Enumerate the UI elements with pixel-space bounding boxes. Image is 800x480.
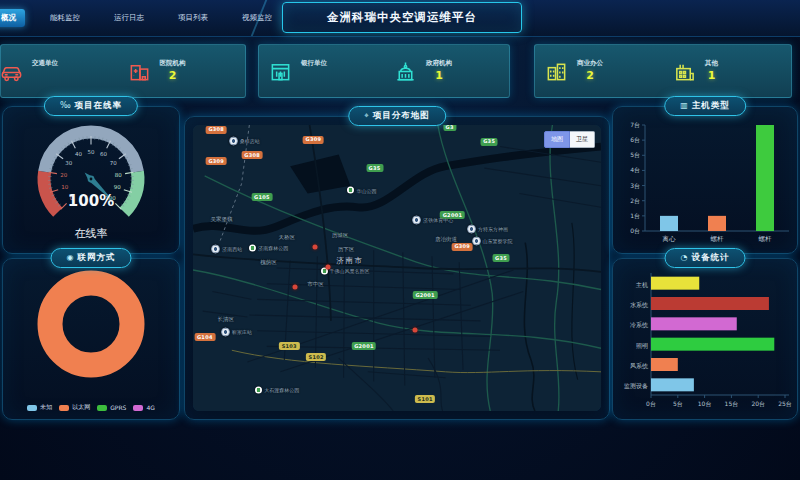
svg-text:0台: 0台 <box>630 227 640 235</box>
marker-label: 靳家庄站 <box>232 329 252 335</box>
car-icon <box>0 60 23 83</box>
svg-text:离心: 离心 <box>662 235 677 243</box>
platform-title-box: 金洲科瑞中央空调运维平台 <box>282 2 522 33</box>
stat-card-office-other: 商业办公 2 其他 1 <box>534 44 792 98</box>
device-stats-hbar-chart: 主机水系统冷系统照明风系统监测设备0台5台10台15台20台25台 <box>615 263 795 415</box>
marker-label: 千佛山风景名胜区 <box>330 268 370 274</box>
stat-label: 其他 <box>705 59 718 68</box>
bar-主机 <box>651 277 699 290</box>
factory-icon <box>673 60 696 83</box>
road-badge-G309: G309 <box>452 243 473 251</box>
svg-text:30: 30 <box>65 160 72 166</box>
pie-icon: ◔ <box>681 254 688 262</box>
map-marker-station: 桑梓店站 <box>229 136 260 145</box>
road-badge-G35: G35 <box>493 254 510 262</box>
map-pin-icon: ⌖ <box>364 112 369 120</box>
tab-energy-monitor[interactable]: 能耗监控 <box>41 9 89 27</box>
map-type-satellite-button[interactable]: 卫星 <box>570 131 595 148</box>
marker-label: 济铁体育中心 <box>423 217 453 223</box>
svg-text:90: 90 <box>114 184 121 190</box>
map-type-map-button[interactable]: 地图 <box>544 131 570 148</box>
stat-text: 交通单位 <box>32 59 58 81</box>
station-marker-icon <box>472 236 481 245</box>
svg-text:水系统: 水系统 <box>630 301 649 309</box>
svg-text:螺杆: 螺杆 <box>759 235 773 243</box>
stat-label: 政府机构 <box>426 59 452 68</box>
office-icon <box>545 60 568 83</box>
marker-label: 山东警察学院 <box>483 238 513 244</box>
station-marker-icon <box>221 327 230 336</box>
dashboard-screen: 概况 能耗监控 运行日志 项目列表 视频监控 金洲科瑞中央空调运维平台 <box>0 0 800 480</box>
legend-item-GPRS[interactable]: GPRS <box>97 403 126 412</box>
project-point-marker <box>413 327 418 332</box>
road-badge-G309: G309 <box>206 157 227 165</box>
project-point-marker <box>312 245 317 250</box>
panel-project-map: ⌖ 项目分布地图 <box>184 116 610 420</box>
road-badge-G308: G308 <box>242 151 263 159</box>
topbar: 概况 能耗监控 运行日志 项目列表 视频监控 金洲科瑞中央空调运维平台 <box>0 0 800 37</box>
legend-swatch <box>97 405 107 411</box>
svg-text:风系统: 风系统 <box>630 362 649 370</box>
road-badge-G2001: G2001 <box>413 291 438 299</box>
map-marker-poi: 华山公园 <box>347 187 376 194</box>
svg-text:主机: 主机 <box>636 281 648 288</box>
stat-label: 医院机构 <box>160 59 186 68</box>
map-place-label: 济南市 <box>337 256 364 266</box>
svg-text:冷系统: 冷系统 <box>630 321 649 329</box>
panel-title-network-mode: ◉ 联网方式 <box>51 248 132 268</box>
tab-run-logs[interactable]: 运行日志 <box>105 9 153 27</box>
legend-label: 4G <box>146 404 154 411</box>
marker-label: 济南西站 <box>222 246 242 252</box>
legend-label: 未知 <box>40 403 52 412</box>
station-marker-icon <box>211 244 220 253</box>
tab-overview[interactable]: 概况 <box>0 9 25 27</box>
page-title: 金洲科瑞中央空调运维平台 <box>327 10 477 25</box>
svg-text:5台: 5台 <box>630 151 640 159</box>
map-canvas[interactable]: G308G309G3G35G308G309G35G105G2001G309G35… <box>193 125 601 411</box>
panel-title-device-stats: ◔ 设备统计 <box>665 248 746 268</box>
station-marker-icon <box>229 136 238 145</box>
svg-text:70: 70 <box>110 160 117 166</box>
svg-text:50: 50 <box>88 149 95 155</box>
stat-label: 银行单位 <box>301 59 327 68</box>
park-marker-icon <box>347 187 354 194</box>
stat-government: 政府机构 1 <box>384 45 509 97</box>
map-place-label: 槐荫区 <box>260 259 277 266</box>
stat-text: 商业办公 2 <box>577 59 603 82</box>
bank-icon <box>269 60 292 83</box>
road-badge-G105: G105 <box>252 193 273 201</box>
svg-text:60: 60 <box>100 151 107 157</box>
marker-label: 方特东方神画 <box>478 226 508 232</box>
stat-value: 2 <box>169 69 177 82</box>
bar-照明 <box>651 338 774 351</box>
map-place-label: 历下区 <box>338 246 355 253</box>
stat-text: 政府机构 1 <box>426 59 452 82</box>
road-badge-S102: S102 <box>306 353 326 361</box>
map-marker-poi: 大石渡森林公园 <box>255 386 299 393</box>
panel-title-label: 设备统计 <box>691 252 729 264</box>
svg-text:2台: 2台 <box>630 197 640 205</box>
road-badge-G35: G35 <box>366 164 383 172</box>
bar-监测设备 <box>651 378 694 391</box>
map-place-label: 长清区 <box>217 316 234 323</box>
svg-text:10: 10 <box>61 184 68 190</box>
marker-label: 大石渡森林公园 <box>264 387 299 393</box>
map-overlay: G308G309G3G35G308G309G35G105G2001G309G35… <box>193 125 601 411</box>
legend-label: 以太网 <box>72 403 90 412</box>
road-badge-G104: G104 <box>194 333 215 341</box>
monitor-icon: ▥ <box>680 102 688 110</box>
svg-text:25台: 25台 <box>778 400 792 408</box>
svg-text:监测设备: 监测设备 <box>624 382 648 390</box>
tab-project-list[interactable]: 项目列表 <box>169 9 217 27</box>
network-icon: ◉ <box>67 254 74 262</box>
legend-item-未知[interactable]: 未知 <box>27 403 52 412</box>
legend-item-4G[interactable]: 4G <box>133 403 154 412</box>
panel-host-type: ▥ 主机类型 0台1台2台3台4台5台6台7台离心螺杆螺杆 <box>612 106 798 254</box>
map-marker-station: 山东警察学院 <box>472 236 513 245</box>
map-marker-poi: 济南森林公园 <box>249 244 288 251</box>
stat-traffic: 交通单位 <box>0 45 118 97</box>
map-marker-station: 方特东方神画 <box>467 224 508 233</box>
stat-label: 商业办公 <box>577 59 603 68</box>
legend-item-以太网[interactable]: 以太网 <box>59 403 90 412</box>
road-badge-G2001: G2001 <box>352 342 377 350</box>
